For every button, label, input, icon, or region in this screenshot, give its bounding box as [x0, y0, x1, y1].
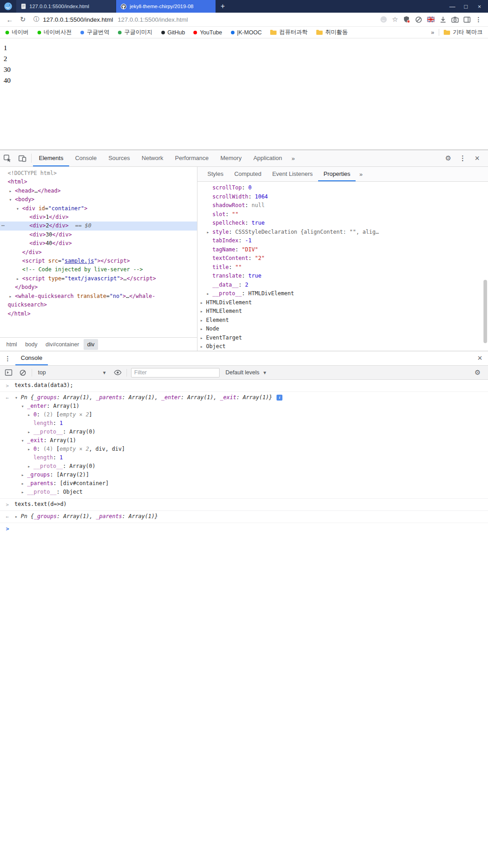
bookmarks-overflow-icon[interactable]: »: [431, 29, 434, 36]
row-overflow-icon[interactable]: ⋯: [1, 222, 5, 230]
console-settings-button[interactable]: ⚙: [471, 368, 484, 377]
scrollbar-thumb[interactable]: [483, 280, 487, 343]
dom-tree-row[interactable]: </body>: [0, 283, 197, 292]
tree-arrow-icon[interactable]: ▸: [16, 274, 19, 283]
sidebar-tab-event-listeners[interactable]: Event Listeners: [267, 167, 318, 181]
close-drawer-button[interactable]: ×: [472, 351, 488, 365]
dom-tree-row[interactable]: ▸<script type="text/javascript">…</scrip…: [0, 274, 197, 283]
tree-arrow-icon[interactable]: ▾: [16, 204, 19, 213]
devtools-tab-performance[interactable]: Performance: [169, 150, 214, 166]
dom-tree-row[interactable]: <script src="sample.js"></script>: [0, 257, 197, 265]
dom-tree-row[interactable]: ⋯<div>2</div> == $0: [0, 222, 197, 230]
close-window-button[interactable]: ×: [473, 3, 486, 10]
bookmark-star-icon[interactable]: ☆: [392, 15, 398, 24]
console-object-row[interactable]: ▸_parents: [div#container]: [0, 479, 488, 488]
site-info-icon[interactable]: ⓘ: [33, 15, 39, 24]
dom-tree-row[interactable]: <div>40</div>: [0, 239, 197, 248]
dom-tree-row[interactable]: <html>: [0, 178, 197, 186]
tree-arrow-icon[interactable]: ▸: [200, 334, 203, 343]
console-drawer-tab[interactable]: Console: [15, 351, 48, 365]
bookmark-item[interactable]: 네이버: [5, 28, 29, 36]
tree-arrow-icon[interactable]: ▾: [21, 402, 24, 410]
devtools-tab-network[interactable]: Network: [136, 150, 169, 166]
tree-arrow-icon[interactable]: ▸: [28, 428, 30, 436]
console-sidebar-button[interactable]: [4, 369, 14, 376]
property-row[interactable]: __data__: 2: [197, 281, 488, 290]
console-object-row[interactable]: ▸0: (4) [empty × 2, div, div]: [0, 445, 488, 453]
bookmark-item[interactable]: 네이버사전: [38, 28, 72, 36]
tree-arrow-icon[interactable]: ▾: [21, 436, 24, 445]
dom-tree-row[interactable]: ▸<head>…</head>: [0, 187, 197, 195]
tree-arrow-icon[interactable]: ▸: [206, 228, 209, 237]
devtools-tab-elements[interactable]: Elements: [33, 150, 69, 166]
clear-console-button[interactable]: [18, 369, 28, 376]
back-button[interactable]: ←: [4, 16, 16, 24]
whale-browser-logo-icon[interactable]: [0, 0, 16, 13]
property-row[interactable]: ▸Object: [197, 342, 488, 351]
property-row[interactable]: ▸EventTarget: [197, 334, 488, 343]
property-row[interactable]: slot: "": [197, 210, 488, 219]
dom-tree-row[interactable]: quicksearch>: [0, 301, 197, 309]
property-row[interactable]: ▸HTMLDivElement: [197, 298, 488, 307]
bookmark-item[interactable]: |K-MOOC: [231, 29, 262, 36]
breadcrumb-item[interactable]: div: [84, 339, 98, 350]
context-selector[interactable]: top ▼: [36, 369, 108, 376]
tree-arrow-icon[interactable]: ▸: [200, 342, 203, 351]
translate-extension-icon[interactable]: [427, 17, 435, 22]
info-icon[interactable]: i: [277, 395, 282, 401]
property-row[interactable]: tagName: "DIV": [197, 245, 488, 255]
property-row[interactable]: scrollTop: 0: [197, 184, 488, 193]
tabs-overflow-icon[interactable]: »: [288, 150, 298, 166]
block-icon[interactable]: [415, 16, 422, 23]
bookmark-item[interactable]: 구글번역: [80, 28, 109, 36]
console-object-row[interactable]: ▾_exit: Array(1): [0, 436, 488, 445]
tree-arrow-icon[interactable]: ▸: [28, 410, 30, 419]
devtools-close-button[interactable]: ×: [470, 154, 484, 163]
devtools-tab-memory[interactable]: Memory: [215, 150, 248, 166]
property-row[interactable]: ▸HTMLElement: [197, 307, 488, 316]
devtools-tab-sources[interactable]: Sources: [103, 150, 136, 166]
inspect-element-button[interactable]: [0, 150, 15, 166]
tree-arrow-icon[interactable]: ▸: [9, 292, 12, 301]
tree-arrow-icon[interactable]: ▸: [28, 462, 30, 471]
console-object-row[interactable]: length: 1: [0, 453, 488, 462]
property-row[interactable]: translate: true: [197, 272, 488, 281]
dom-tree-row[interactable]: <!-- Code injected by live-server -->: [0, 265, 197, 274]
console-object-row[interactable]: ▸__proto__: Object: [0, 488, 488, 496]
bookmark-item[interactable]: 구글이미지: [118, 28, 153, 36]
dom-tree-row[interactable]: <div>1</div>: [0, 213, 197, 222]
dom-tree-row[interactable]: </html>: [0, 310, 197, 318]
capture-camera-icon[interactable]: [451, 17, 459, 23]
console-object-row[interactable]: ▸_groups: [Array(2)]: [0, 471, 488, 479]
tree-arrow-icon[interactable]: ▾: [15, 393, 18, 402]
bookmark-item[interactable]: YouTube: [193, 29, 222, 36]
sidebar-tab-properties[interactable]: Properties: [318, 167, 356, 181]
tree-arrow-icon[interactable]: ▸: [15, 512, 18, 521]
dom-tree-row[interactable]: ▾<div id="container">: [0, 204, 197, 213]
sidebar-tabs-overflow-icon[interactable]: »: [356, 167, 366, 181]
drawer-menu-icon[interactable]: ⋮: [0, 351, 15, 365]
breadcrumb-item[interactable]: div#container: [42, 339, 83, 350]
console-object-row[interactable]: ▾_enter: Array(1): [0, 402, 488, 410]
breadcrumb-item[interactable]: html: [3, 339, 21, 350]
minimize-button[interactable]: —: [446, 3, 459, 10]
tree-arrow-icon[interactable]: ▸: [28, 445, 30, 453]
console-object-row[interactable]: ▸Pn {_groups: Array(1), _parents: Array(…: [0, 512, 488, 521]
tree-arrow-icon[interactable]: ▸: [21, 479, 24, 488]
bookmark-item[interactable]: 취미활동: [316, 28, 348, 36]
tree-arrow-icon[interactable]: ▸: [21, 488, 24, 496]
property-row[interactable]: title: "": [197, 263, 488, 272]
property-row[interactable]: spellcheck: true: [197, 219, 488, 228]
console-object-row[interactable]: length: 1: [0, 419, 488, 428]
console-object-row[interactable]: ▸__proto__: Array(0): [0, 462, 488, 471]
devtools-menu-button[interactable]: ⋮: [455, 154, 470, 162]
dom-tree-row[interactable]: <div>30</div>: [0, 231, 197, 239]
property-row[interactable]: textContent: "2": [197, 254, 488, 263]
device-toolbar-button[interactable]: [15, 150, 30, 166]
sidebar-panel-icon[interactable]: [464, 17, 470, 23]
new-tab-button[interactable]: +: [216, 0, 230, 13]
reload-button[interactable]: ↻: [17, 15, 29, 24]
url-text[interactable]: 127.0.0.1:5500/index.html: [43, 16, 113, 23]
devtools-tab-application[interactable]: Application: [248, 150, 288, 166]
tree-arrow-icon[interactable]: ▸: [200, 307, 203, 316]
